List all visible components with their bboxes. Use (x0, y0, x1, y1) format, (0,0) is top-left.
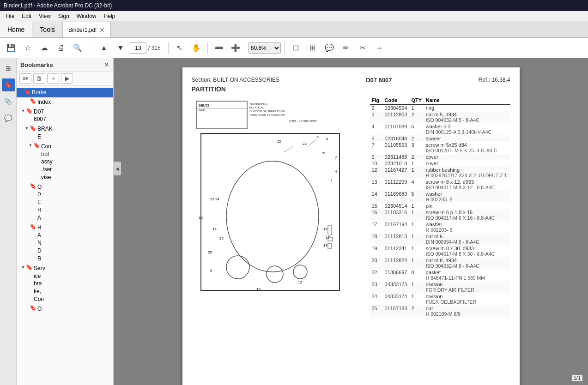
sidebar-add-button[interactable]: + (47, 73, 59, 84)
cell-name: division FOR DRY AIR FILTER (424, 281, 510, 293)
window-title: Binder1.pdf - Adobe Acrobat Pro DC (32-b… (4, 2, 112, 9)
menu-edit[interactable]: Edit (18, 12, 35, 20)
attachments-button[interactable]: 📎 (2, 95, 15, 108)
cell-code: 01386697 (383, 269, 410, 281)
cell-qty: 1 (410, 160, 424, 167)
sidebar-collapse-button[interactable]: ◀ (114, 162, 121, 175)
bookmark-toggle-service-brake[interactable]: ▼ (20, 265, 26, 271)
bookmark-item-service-brake[interactable]: ▼ 🔖 Servicebrake,Con (17, 264, 113, 304)
bookmarks-button[interactable]: 🔖 (2, 78, 15, 91)
sidebar-content[interactable]: ▼ 🔖 Brake ▶ 🔖 Index ▼ 🔖 D076007 ▼ (17, 86, 113, 385)
menu-file[interactable]: File (2, 12, 18, 20)
table-row: 5 02316048 2 spacer (370, 135, 510, 142)
fit-page-button[interactable]: ⊡ (289, 41, 303, 55)
highlight-button[interactable]: ✏ (339, 41, 353, 55)
sidebar-delete-button[interactable]: 🗑 (33, 73, 45, 84)
select-tool-button[interactable]: ↖ (172, 41, 187, 55)
menu-view[interactable]: View (35, 12, 55, 20)
svg-text:DEUTZ: DEUTZ (199, 104, 210, 107)
cell-fig: 23 (370, 281, 383, 293)
bookmark-label-handb: HANDB (37, 224, 111, 263)
close-tab-button[interactable]: ✕ (99, 26, 105, 34)
bookmark-icon-o2: 🔖 (30, 305, 36, 312)
bookmark-item-brake2[interactable]: ▼ 🔖 BRAKE (17, 124, 113, 142)
comment-button[interactable]: 💬 (322, 41, 337, 55)
redact-button[interactable]: ✂ (355, 41, 370, 55)
left-panel-icons: ⊞ 🔖 📎 💬 (0, 58, 17, 385)
table-row: 25 01167183 2 nut H 002189-M 8/8 (370, 305, 510, 317)
menu-window[interactable]: Window (73, 12, 100, 20)
pdf-area[interactable]: Section: BUILT-ON ACCESSORIES D07 6007 R… (114, 58, 588, 385)
rotate-button[interactable]: ⊞ (305, 41, 320, 55)
bookmark-icon-index: 🔖 (30, 98, 36, 105)
title-bar: Binder1.pdf - Adobe Acrobat Pro DC (32-b… (0, 0, 588, 11)
cell-fig: 15 (370, 203, 383, 209)
cell-name: division FUER OELBADFILTER (424, 293, 510, 305)
cell-qty: 1 (410, 233, 424, 245)
cell-qty: 5 (410, 123, 424, 135)
bookmark-item-d07[interactable]: ▼ 🔖 D076007 (17, 107, 113, 125)
bookmark-item-handb[interactable]: ▶ 🔖 HANDB (17, 223, 113, 264)
svg-text:19: 19 (321, 151, 325, 155)
cell-code: 01167183 (383, 305, 410, 317)
bookmark-item-brake[interactable]: ▼ 🔖 Brake (17, 88, 113, 97)
svg-text:9: 9 (210, 269, 212, 273)
cell-qty: 2 (410, 135, 424, 142)
zoom-select[interactable]: 80.6% 50% 75% 100% 125% 150% (249, 42, 281, 54)
page-thumbnails-button[interactable]: ⊞ (2, 62, 15, 75)
cell-qty: 1 (410, 203, 424, 209)
save-button[interactable]: 💾 (4, 41, 18, 55)
tab-home-label: Home (7, 26, 24, 33)
bookmark-toggle-brake2[interactable]: ▼ (24, 125, 30, 132)
cell-name: cover (424, 154, 510, 160)
table-row: 9 02311488 2 cover (370, 154, 510, 160)
bookmark-add-button[interactable]: ☆ (20, 41, 35, 55)
col-name: Name (424, 96, 510, 104)
cell-name: screw m 8 x 12, d933 ISO 004017-M 8 X 12… (424, 179, 510, 191)
print-button[interactable]: 🖨 (54, 41, 68, 55)
next-page-button[interactable]: ▼ (113, 41, 128, 55)
menu-sign[interactable]: Sign (55, 12, 73, 20)
menu-help[interactable]: Help (100, 12, 119, 20)
sidebar-close-button[interactable]: ✕ (104, 61, 109, 68)
bookmark-toggle-brake[interactable]: ▼ (18, 89, 24, 95)
share-button[interactable]: ☁ (37, 41, 52, 55)
col-qty: QTY (410, 96, 424, 104)
tab-file[interactable]: Binder1.pdf ✕ (63, 21, 111, 37)
cell-code: 01112813 (383, 233, 410, 245)
table-row: 24 04333174 1 division FUER OELBADFILTER (370, 293, 510, 305)
sidebar-more-button[interactable]: ▶ (61, 73, 73, 84)
svg-text:1005 - 38 503 6685: 1005 - 38 503 6685 (289, 120, 317, 123)
cell-name: nut m 6 DIN 000934-M 6 - 8-A4C (424, 233, 510, 245)
svg-text:18: 18 (323, 243, 327, 247)
find-button[interactable]: 🔍 (70, 41, 85, 55)
svg-text:TABIQUE DE SEPARACION: TABIQUE DE SEPARACION (249, 114, 285, 116)
col-fig: Fig. (370, 96, 383, 104)
tab-home[interactable]: Home (0, 21, 32, 37)
bookmark-item-index[interactable]: ▶ 🔖 Index (17, 97, 113, 107)
page-number-input[interactable] (130, 42, 146, 54)
cell-fig: 19 (370, 245, 383, 257)
tab-tools[interactable]: Tools (32, 21, 63, 37)
sidebar-view-options-button[interactable]: ≡▾ (19, 73, 31, 84)
bookmark-toggle-d07[interactable]: ▼ (20, 108, 26, 114)
cell-qty: 1 (410, 245, 424, 257)
cell-fig: 9 (370, 154, 383, 160)
svg-text:25: 25 (219, 236, 224, 241)
bookmark-item-opera[interactable]: ▶ 🔖 OPERA (17, 182, 113, 223)
bookmark-item-o2[interactable]: ▶ 🔖 O (17, 304, 113, 314)
page-total: / 315 (148, 45, 161, 51)
bookmark-item-control-assy[interactable]: ▼ 🔖 Controlassy./servise (17, 142, 113, 182)
bookmark-toggle-control-assy[interactable]: ▼ (28, 143, 33, 149)
zoom-out-button[interactable]: ➖ (212, 41, 226, 55)
more-tools-button[interactable]: → (372, 41, 387, 55)
prev-page-button[interactable]: ▲ (97, 41, 111, 55)
zoom-in-button[interactable]: ➕ (228, 41, 243, 55)
main-area: ⊞ 🔖 📎 💬 Bookmarks ✕ ≡▾ 🗑 + ▶ ▼ 🔖 Brake (0, 58, 588, 385)
hand-tool-button[interactable]: ✋ (189, 41, 204, 55)
comments-panel-button[interactable]: 💬 (2, 112, 15, 125)
cell-code: 01107089 (383, 123, 410, 135)
doc-header: Section: BUILT-ON ACCESSORIES D07 6007 R… (192, 77, 510, 84)
cell-fig: 24 (370, 293, 383, 305)
svg-text:CLOISON DE SEPARATION: CLOISON DE SEPARATION (249, 110, 285, 113)
